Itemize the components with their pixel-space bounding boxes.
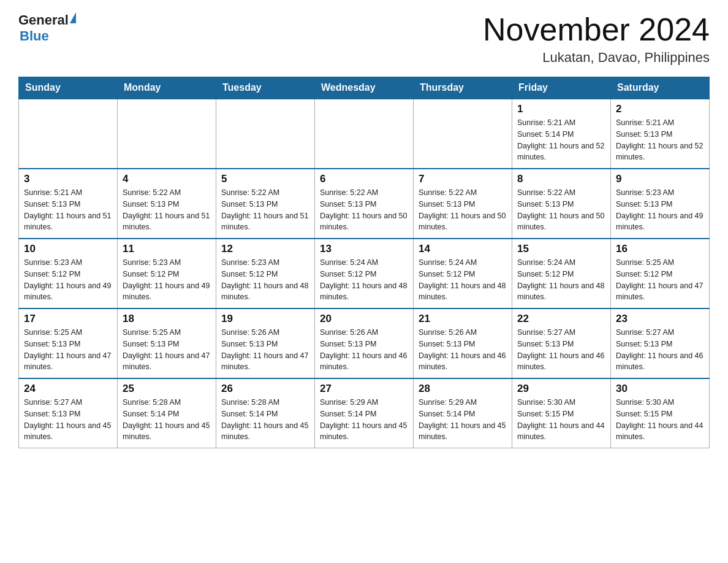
logo-triangle-icon (70, 12, 76, 23)
calendar-cell: 24Sunrise: 5:27 AM Sunset: 5:13 PM Dayli… (19, 378, 118, 448)
week-row-3: 10Sunrise: 5:23 AM Sunset: 5:12 PM Dayli… (19, 239, 710, 308)
day-info: Sunrise: 5:22 AM Sunset: 5:13 PM Dayligh… (517, 187, 605, 233)
day-number: 24 (24, 383, 112, 395)
calendar-cell: 27Sunrise: 5:29 AM Sunset: 5:14 PM Dayli… (315, 378, 414, 448)
day-number: 28 (419, 383, 507, 395)
day-number: 21 (419, 313, 507, 325)
page-header: General Blue November 2024 Lukatan, Dava… (18, 12, 710, 66)
calendar-cell: 23Sunrise: 5:27 AM Sunset: 5:13 PM Dayli… (611, 308, 710, 378)
day-info: Sunrise: 5:21 AM Sunset: 5:13 PM Dayligh… (616, 117, 704, 163)
day-number: 23 (616, 313, 704, 325)
calendar-cell: 19Sunrise: 5:26 AM Sunset: 5:13 PM Dayli… (216, 308, 315, 378)
calendar-cell (19, 99, 118, 169)
week-row-1: 1Sunrise: 5:21 AM Sunset: 5:14 PM Daylig… (19, 99, 710, 169)
day-info: Sunrise: 5:30 AM Sunset: 5:15 PM Dayligh… (517, 397, 605, 443)
day-number: 22 (517, 313, 605, 325)
day-info: Sunrise: 5:30 AM Sunset: 5:15 PM Dayligh… (616, 397, 704, 443)
day-number: 17 (24, 313, 112, 325)
day-number: 10 (24, 243, 112, 255)
day-info: Sunrise: 5:23 AM Sunset: 5:13 PM Dayligh… (616, 187, 704, 233)
day-number: 14 (419, 243, 507, 255)
calendar-cell: 14Sunrise: 5:24 AM Sunset: 5:12 PM Dayli… (414, 239, 512, 308)
day-info: Sunrise: 5:27 AM Sunset: 5:13 PM Dayligh… (24, 397, 112, 443)
calendar-cell: 18Sunrise: 5:25 AM Sunset: 5:13 PM Dayli… (118, 308, 216, 378)
day-info: Sunrise: 5:25 AM Sunset: 5:13 PM Dayligh… (24, 327, 112, 373)
week-row-4: 17Sunrise: 5:25 AM Sunset: 5:13 PM Dayli… (19, 308, 710, 378)
day-number: 27 (320, 383, 408, 395)
day-number: 15 (517, 243, 605, 255)
calendar-cell (216, 99, 315, 169)
logo-general-text: General (18, 12, 69, 28)
day-number: 13 (320, 243, 408, 255)
day-number: 29 (517, 383, 605, 395)
day-info: Sunrise: 5:21 AM Sunset: 5:13 PM Dayligh… (24, 187, 112, 233)
day-number: 1 (517, 103, 605, 115)
day-info: Sunrise: 5:23 AM Sunset: 5:12 PM Dayligh… (123, 257, 211, 303)
day-info: Sunrise: 5:28 AM Sunset: 5:14 PM Dayligh… (221, 397, 309, 443)
weekday-header-saturday: Saturday (611, 77, 710, 99)
calendar-cell: 9Sunrise: 5:23 AM Sunset: 5:13 PM Daylig… (611, 169, 710, 239)
weekday-header-tuesday: Tuesday (216, 77, 315, 99)
day-info: Sunrise: 5:21 AM Sunset: 5:14 PM Dayligh… (517, 117, 605, 163)
day-number: 19 (221, 313, 309, 325)
day-info: Sunrise: 5:23 AM Sunset: 5:12 PM Dayligh… (24, 257, 112, 303)
day-number: 2 (616, 103, 704, 115)
weekday-header-sunday: Sunday (19, 77, 118, 99)
day-info: Sunrise: 5:24 AM Sunset: 5:12 PM Dayligh… (419, 257, 507, 303)
calendar-cell: 2Sunrise: 5:21 AM Sunset: 5:13 PM Daylig… (611, 99, 710, 169)
day-number: 26 (221, 383, 309, 395)
calendar-cell: 5Sunrise: 5:22 AM Sunset: 5:13 PM Daylig… (216, 169, 315, 239)
calendar-cell: 11Sunrise: 5:23 AM Sunset: 5:12 PM Dayli… (118, 239, 216, 308)
day-number: 7 (419, 173, 507, 185)
calendar-cell (414, 99, 512, 169)
calendar-cell (118, 99, 216, 169)
calendar-table: SundayMondayTuesdayWednesdayThursdayFrid… (18, 77, 710, 448)
day-number: 4 (123, 173, 211, 185)
location-title: Lukatan, Davao, Philippines (483, 50, 710, 66)
day-number: 12 (221, 243, 309, 255)
day-info: Sunrise: 5:22 AM Sunset: 5:13 PM Dayligh… (419, 187, 507, 233)
day-info: Sunrise: 5:25 AM Sunset: 5:12 PM Dayligh… (616, 257, 704, 303)
calendar-cell: 17Sunrise: 5:25 AM Sunset: 5:13 PM Dayli… (19, 308, 118, 378)
day-number: 16 (616, 243, 704, 255)
day-number: 18 (123, 313, 211, 325)
day-info: Sunrise: 5:22 AM Sunset: 5:13 PM Dayligh… (221, 187, 309, 233)
day-info: Sunrise: 5:29 AM Sunset: 5:14 PM Dayligh… (419, 397, 507, 443)
calendar-cell: 26Sunrise: 5:28 AM Sunset: 5:14 PM Dayli… (216, 378, 315, 448)
calendar-cell: 22Sunrise: 5:27 AM Sunset: 5:13 PM Dayli… (512, 308, 611, 378)
day-number: 25 (123, 383, 211, 395)
day-info: Sunrise: 5:24 AM Sunset: 5:12 PM Dayligh… (320, 257, 408, 303)
calendar-cell: 20Sunrise: 5:26 AM Sunset: 5:13 PM Dayli… (315, 308, 414, 378)
calendar-cell: 21Sunrise: 5:26 AM Sunset: 5:13 PM Dayli… (414, 308, 512, 378)
logo: General Blue (18, 12, 76, 44)
calendar-cell: 4Sunrise: 5:22 AM Sunset: 5:13 PM Daylig… (118, 169, 216, 239)
logo-blue-text: Blue (20, 28, 49, 44)
day-info: Sunrise: 5:26 AM Sunset: 5:13 PM Dayligh… (419, 327, 507, 373)
calendar-cell: 25Sunrise: 5:28 AM Sunset: 5:14 PM Dayli… (118, 378, 216, 448)
day-info: Sunrise: 5:24 AM Sunset: 5:12 PM Dayligh… (517, 257, 605, 303)
title-block: November 2024 Lukatan, Davao, Philippine… (483, 12, 710, 66)
week-row-5: 24Sunrise: 5:27 AM Sunset: 5:13 PM Dayli… (19, 378, 710, 448)
day-number: 11 (123, 243, 211, 255)
day-info: Sunrise: 5:22 AM Sunset: 5:13 PM Dayligh… (123, 187, 211, 233)
day-number: 8 (517, 173, 605, 185)
calendar-cell: 30Sunrise: 5:30 AM Sunset: 5:15 PM Dayli… (611, 378, 710, 448)
day-info: Sunrise: 5:27 AM Sunset: 5:13 PM Dayligh… (517, 327, 605, 373)
day-info: Sunrise: 5:25 AM Sunset: 5:13 PM Dayligh… (123, 327, 211, 373)
week-row-2: 3Sunrise: 5:21 AM Sunset: 5:13 PM Daylig… (19, 169, 710, 239)
calendar-cell: 7Sunrise: 5:22 AM Sunset: 5:13 PM Daylig… (414, 169, 512, 239)
day-number: 3 (24, 173, 112, 185)
day-number: 6 (320, 173, 408, 185)
calendar-cell: 28Sunrise: 5:29 AM Sunset: 5:14 PM Dayli… (414, 378, 512, 448)
calendar-cell: 15Sunrise: 5:24 AM Sunset: 5:12 PM Dayli… (512, 239, 611, 308)
day-info: Sunrise: 5:26 AM Sunset: 5:13 PM Dayligh… (221, 327, 309, 373)
month-title: November 2024 (483, 12, 710, 47)
day-info: Sunrise: 5:29 AM Sunset: 5:14 PM Dayligh… (320, 397, 408, 443)
calendar-cell: 6Sunrise: 5:22 AM Sunset: 5:13 PM Daylig… (315, 169, 414, 239)
weekday-header-thursday: Thursday (414, 77, 512, 99)
day-number: 9 (616, 173, 704, 185)
day-number: 30 (616, 383, 704, 395)
day-info: Sunrise: 5:28 AM Sunset: 5:14 PM Dayligh… (123, 397, 211, 443)
weekday-header-friday: Friday (512, 77, 611, 99)
calendar-cell: 13Sunrise: 5:24 AM Sunset: 5:12 PM Dayli… (315, 239, 414, 308)
